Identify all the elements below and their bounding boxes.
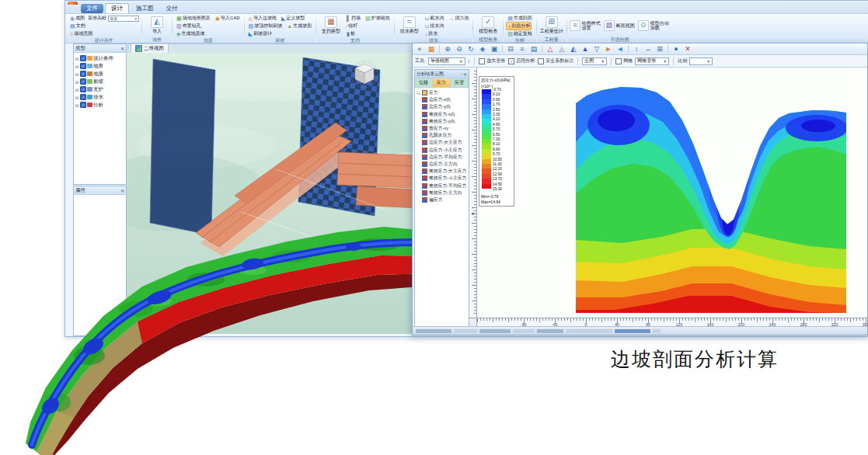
results-tab-应变[interactable]: 应变 [451, 78, 469, 87]
expand-icon[interactable]: ⊞ [75, 79, 79, 85]
result-item-有效应力-大主应力[interactable]: 有效应力-大主应力 [416, 168, 468, 175]
result-item-总应力-y向[interactable]: 总应力-y向 [416, 103, 468, 110]
marker-triangle-solid-icon[interactable]: ▲ [580, 43, 591, 54]
zoom-out-icon[interactable]: ⊖ [454, 43, 465, 54]
expand-icon[interactable]: ⊞ [75, 95, 79, 100]
result-item-剪应力-xy[interactable]: 剪应力-xy [416, 125, 468, 132]
result-item-总应力-小主应力[interactable]: 总应力-小主应力 [416, 147, 468, 154]
zoom-refresh-icon[interactable]: ↻ [465, 43, 476, 54]
ribbon-tab-施工图[interactable]: 施工图 [131, 4, 159, 13]
ribbon-button-模型自动加载[interactable]: ⊙模型自动加载 [638, 15, 671, 36]
collapse-panel-icon[interactable]: « [414, 43, 425, 54]
ruler-tick [474, 201, 476, 202]
flag-forward-icon[interactable]: ► [603, 43, 614, 54]
close-icon[interactable]: ✕ [463, 71, 467, 77]
expand-icon[interactable]: ⊞ [75, 87, 79, 92]
expand-icon[interactable]: ⊞ [75, 71, 79, 77]
checkbox-checked[interactable]: ✓ [80, 86, 86, 92]
close-icon[interactable]: ✕ [120, 188, 124, 193]
result-item-有效应力-小主应力[interactable]: 有效应力-小主应力 [416, 175, 468, 182]
report-icon[interactable]: ▤ [528, 43, 539, 54]
tab-3d-view[interactable]: 三维视图 [131, 43, 169, 53]
result-item-有效应力-平均应力[interactable]: 有效应力-平均应力 [416, 182, 468, 189]
ribbon-button-生成坡面[interactable]: ▲生成坡面 [285, 22, 313, 30]
ribbon-button-模型检查[interactable]: ✓模型检查 [476, 15, 500, 36]
results-tab-位移[interactable]: 位移 [415, 78, 433, 87]
point-probe-icon[interactable]: ● [671, 43, 682, 54]
contour-map-icon[interactable]: ▦ [426, 43, 437, 54]
save-view-icon[interactable]: ▣ [489, 43, 500, 54]
expand-icon[interactable]: ⊞ [75, 56, 79, 61]
checkbox-放大变形[interactable]: 放大变形 [479, 57, 505, 64]
contour-type-select[interactable]: 等值线图▼ [428, 57, 465, 65]
view-extent-select[interactable]: 全图▼ [582, 57, 607, 65]
checkbox-checked[interactable]: ✓ [80, 63, 86, 69]
checkbox-安全系数标注[interactable]: 安全系数标注 [538, 57, 573, 64]
ribbon-button-支挡类型[interactable]: ▦支挡类型 [319, 15, 343, 37]
result-item-总应力-主方向[interactable]: 总应力-主方向 [416, 161, 468, 168]
results-tree-root[interactable]: ⊟应力 [416, 89, 468, 96]
elevation-field[interactable]: 0.0▾ [108, 16, 139, 22]
button-label: 场地范围 [74, 30, 92, 37]
sidebar-item-设计条件[interactable]: ⊞✓设计条件 [75, 54, 125, 62]
ribbon-button-导入CAD[interactable]: ◉导入CAD [214, 14, 242, 23]
layers-icon[interactable]: ⊟ [505, 43, 516, 54]
ruler-tick [769, 318, 770, 321]
ribbon-tab-交付[interactable]: 交付 [161, 4, 183, 13]
ribbon-button-消力池[interactable]: →消力池 [447, 14, 470, 23]
ruler-tick [673, 318, 674, 321]
contour-plot-area[interactable] [477, 68, 867, 318]
checkbox-checked[interactable]: ✓ [80, 102, 86, 108]
stepper-icon[interactable]: ↕ [468, 58, 471, 64]
sidebar-item-地形[interactable]: ⊞✓地形 [75, 62, 125, 70]
result-item-总应力-平均应力[interactable]: 总应力-平均应力 [416, 154, 468, 161]
result-item-有效应力-x向[interactable]: 有效应力-x向 [416, 111, 468, 118]
pan-icon[interactable]: ◈ [477, 43, 488, 54]
close-view-icon[interactable]: ✕ [682, 43, 693, 54]
grid-deform-select[interactable]: 网格变形▼ [635, 57, 669, 65]
checkbox-启用分析[interactable]: ✓启用分析 [508, 57, 535, 64]
fit-horizontal-icon[interactable]: ↔ [643, 43, 654, 54]
checkbox-checked[interactable]: ✓ [80, 71, 86, 77]
zoom-in-icon[interactable]: ⊕ [442, 43, 453, 54]
expand-icon[interactable]: ⊞ [75, 64, 79, 69]
result-item-有效应力-y向[interactable]: 有效应力-y向 [416, 118, 468, 125]
flag-back-icon[interactable]: ◄ [615, 43, 626, 54]
ribbon-row: ◬导入边坡线◣定义坡型 [247, 15, 314, 22]
sidebar-item-刷坡[interactable]: ⊞✓刷坡 [75, 78, 125, 85]
grid-checkbox[interactable]: 网格 [615, 57, 633, 64]
marker-triangle-down-icon[interactable]: ▽ [591, 43, 602, 54]
result-item-有效应力-主方向[interactable]: 有效应力-主方向 [416, 189, 468, 196]
sidebar-item-支护[interactable]: ⊞✓支护 [75, 85, 125, 93]
ribbon-button-导入[interactable]: ◭导入 [145, 15, 169, 36]
sidebar-item-分析[interactable]: ⊞✓分析 [75, 101, 125, 109]
result-item-孔隙水压力[interactable]: 孔隙水压力 [416, 132, 468, 139]
marker-triangle-gray-icon[interactable]: ◬ [556, 43, 567, 54]
expand-icon[interactable]: ⊞ [75, 102, 79, 108]
result-list-icon[interactable]: ≡ [517, 43, 528, 54]
fit-vertical-icon[interactable]: ↕ [631, 43, 642, 54]
checkbox-checked[interactable]: ✓ [80, 94, 86, 100]
grid-toggle-icon[interactable]: ⊞ [654, 43, 665, 54]
marker-triangle-red-icon[interactable]: △ [545, 43, 556, 54]
result-item-偏应力[interactable]: 偏应力 [416, 196, 468, 203]
ribbon-button-断面视图[interactable]: ▧断面视图 [604, 15, 636, 36]
result-item-总应力-大主应力[interactable]: 总应力-大主应力 [416, 139, 468, 146]
ribbon-tab-设计[interactable]: 设计 [105, 3, 129, 13]
ribbon-tab-文件[interactable]: 文件 [81, 4, 103, 13]
sidebar-item-地质[interactable]: ⊞✓地质 [75, 70, 125, 78]
ribbon-button-护坡砌筑[interactable]: ▨护坡砌筑 [364, 14, 392, 23]
ribbon-button-绘图样式设置[interactable]: ≡绘图样式设置 [570, 15, 602, 36]
result-item-总应力-x向[interactable]: 总应力-x向 [416, 96, 468, 103]
checkbox-checked[interactable]: ✓ [80, 55, 86, 61]
close-icon[interactable]: ✕ [120, 46, 124, 51]
ribbon-button-工程量统计[interactable]: ⊞工程量统计 [539, 15, 564, 36]
ribbon-button-排水类型[interactable]: ≈排水类型 [397, 15, 422, 37]
scale-input[interactable]: ▼ [689, 57, 713, 65]
results-tab-应力[interactable]: 应力 [433, 78, 451, 87]
pin-icon[interactable]: ▫ [461, 71, 462, 77]
checkbox-checked[interactable]: ✓ [80, 78, 86, 85]
marker-triangle-blue-icon[interactable]: ◭ [568, 43, 579, 54]
sidebar-item-排水[interactable]: ⊞✓排水 [75, 93, 125, 101]
collapse-icon[interactable]: ⊟ [417, 90, 420, 96]
